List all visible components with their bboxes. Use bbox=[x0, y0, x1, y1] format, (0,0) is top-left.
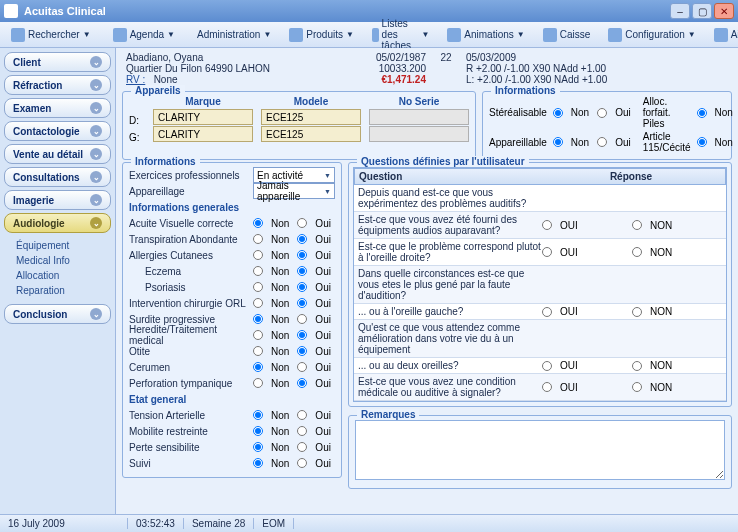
q4-oui[interactable] bbox=[542, 307, 552, 317]
info4-non[interactable] bbox=[253, 282, 263, 292]
app-oui[interactable] bbox=[597, 137, 607, 147]
administration-label: Administration bbox=[197, 29, 260, 40]
d-serie[interactable] bbox=[369, 109, 469, 125]
administration-button[interactable]: Administration▼ bbox=[190, 25, 278, 45]
rechercher-button[interactable]: Rechercher▼ bbox=[4, 25, 98, 45]
q6-oui[interactable] bbox=[542, 361, 552, 371]
info2-non[interactable] bbox=[253, 250, 263, 260]
alloc-non[interactable] bbox=[697, 108, 707, 118]
ster-non[interactable] bbox=[553, 108, 563, 118]
aide-button[interactable]: Aide▼ bbox=[707, 25, 738, 45]
box-icon bbox=[289, 28, 303, 42]
sidebar-item-consultations[interactable]: Consultations⌄ bbox=[4, 167, 111, 187]
hdr-serie: No Serie bbox=[369, 96, 469, 107]
agenda-button[interactable]: Agenda▼ bbox=[106, 25, 182, 45]
sidebar-item-vente[interactable]: Vente au détail⌄ bbox=[4, 144, 111, 164]
info10-oui[interactable] bbox=[297, 378, 307, 388]
etat3-oui[interactable] bbox=[297, 458, 307, 468]
info6-non[interactable] bbox=[253, 314, 263, 324]
info2-oui[interactable] bbox=[297, 250, 307, 260]
sidebar-item-refraction[interactable]: Réfraction⌄ bbox=[4, 75, 111, 95]
etat0-oui[interactable] bbox=[297, 410, 307, 420]
sidebar-sub-equipement[interactable]: Équipement bbox=[16, 238, 111, 253]
info10-non[interactable] bbox=[253, 378, 263, 388]
app-select[interactable]: Jamais appareille▼ bbox=[253, 183, 335, 199]
cash-icon bbox=[543, 28, 557, 42]
status-date: 16 July 2009 bbox=[0, 518, 128, 529]
d-marque[interactable]: CLARITY bbox=[153, 109, 253, 125]
status-time: 03:52:43 bbox=[128, 518, 184, 529]
q7-non[interactable] bbox=[632, 382, 642, 392]
sidebar-item-examen[interactable]: Examen⌄ bbox=[4, 98, 111, 118]
info-legend: Informations bbox=[131, 156, 200, 167]
etat1-oui[interactable] bbox=[297, 426, 307, 436]
sidebar-item-client[interactable]: Client⌄ bbox=[4, 52, 111, 72]
sidebar-sub-medicalinfo[interactable]: Medical Info bbox=[16, 253, 111, 268]
q4-non[interactable] bbox=[632, 307, 642, 317]
info1-non[interactable] bbox=[253, 234, 263, 244]
app-label2: Appareillage bbox=[129, 186, 249, 197]
info5-oui[interactable] bbox=[297, 298, 307, 308]
caisse-button[interactable]: Caisse bbox=[536, 25, 598, 45]
q6-non[interactable] bbox=[632, 361, 642, 371]
listes-button[interactable]: Listes des tâches▼ bbox=[365, 25, 436, 45]
animations-button[interactable]: Animations▼ bbox=[440, 25, 531, 45]
sidebar-sub-allocation[interactable]: Allocation bbox=[16, 268, 111, 283]
info6-oui[interactable] bbox=[297, 314, 307, 324]
info3-oui[interactable] bbox=[297, 266, 307, 276]
info5-non[interactable] bbox=[253, 298, 263, 308]
sidebar-item-conclusion[interactable]: Conclusion⌄ bbox=[4, 304, 111, 324]
minimize-button[interactable]: – bbox=[670, 3, 690, 19]
app-non[interactable] bbox=[553, 137, 563, 147]
status-week: Semaine 28 bbox=[184, 518, 254, 529]
chevron-down-icon: ⌄ bbox=[90, 217, 102, 229]
art-non[interactable] bbox=[697, 137, 707, 147]
info9-oui[interactable] bbox=[297, 362, 307, 372]
info9-non[interactable] bbox=[253, 362, 263, 372]
q7-oui[interactable] bbox=[542, 382, 552, 392]
etat2-non[interactable] bbox=[253, 442, 263, 452]
ster-oui[interactable] bbox=[597, 108, 607, 118]
sidebar-item-imagerie[interactable]: Imagerie⌄ bbox=[4, 190, 111, 210]
info1-oui[interactable] bbox=[297, 234, 307, 244]
questions-legend: Questions définies par l'utilisateur bbox=[357, 156, 529, 167]
g-serie[interactable] bbox=[369, 126, 469, 142]
question-text: Est-ce que vous avez une condition médic… bbox=[358, 376, 542, 398]
d-modele[interactable]: ECE125 bbox=[261, 109, 361, 125]
etat2-oui[interactable] bbox=[297, 442, 307, 452]
remarks-textarea[interactable] bbox=[355, 420, 725, 480]
etat1-non[interactable] bbox=[253, 426, 263, 436]
info3-non[interactable] bbox=[253, 266, 263, 276]
info7-non[interactable] bbox=[253, 330, 263, 340]
gear-icon bbox=[608, 28, 622, 42]
close-button[interactable]: ✕ bbox=[714, 3, 734, 19]
q2-oui[interactable] bbox=[542, 247, 552, 257]
sidebar-item-contactologie[interactable]: Contactologie⌄ bbox=[4, 121, 111, 141]
q1-oui[interactable] bbox=[542, 220, 552, 230]
info8-oui[interactable] bbox=[297, 346, 307, 356]
g-marque[interactable]: CLARITY bbox=[153, 126, 253, 142]
g-modele[interactable]: ECE125 bbox=[261, 126, 361, 142]
etat0-non[interactable] bbox=[253, 410, 263, 420]
q1-non[interactable] bbox=[632, 220, 642, 230]
etat3-non[interactable] bbox=[253, 458, 263, 468]
info0-oui[interactable] bbox=[297, 218, 307, 228]
sub-etat: Etat general bbox=[129, 394, 335, 405]
configuration-button[interactable]: Configuration▼ bbox=[601, 25, 702, 45]
info4-oui[interactable] bbox=[297, 282, 307, 292]
produits-button[interactable]: Produits▼ bbox=[282, 25, 361, 45]
etat-item-label: Perte sensibilite bbox=[129, 442, 249, 453]
sidebar-item-label: Client bbox=[13, 57, 41, 68]
maximize-button[interactable]: ▢ bbox=[692, 3, 712, 19]
info7-oui[interactable] bbox=[297, 330, 307, 340]
etat-item-label: Tension Arterielle bbox=[129, 410, 249, 421]
sidebar-sub-reparation[interactable]: Reparation bbox=[16, 283, 111, 298]
rv-label: RV : bbox=[126, 74, 145, 85]
info0-non[interactable] bbox=[253, 218, 263, 228]
app-label: Appareillable bbox=[489, 137, 547, 148]
sidebar-item-audiologie[interactable]: Audiologie⌄ bbox=[4, 213, 111, 233]
q2-non[interactable] bbox=[632, 247, 642, 257]
info8-non[interactable] bbox=[253, 346, 263, 356]
sidebar: Client⌄ Réfraction⌄ Examen⌄ Contactologi… bbox=[0, 48, 116, 514]
info-item-label: Perforation tympanique bbox=[129, 378, 249, 389]
